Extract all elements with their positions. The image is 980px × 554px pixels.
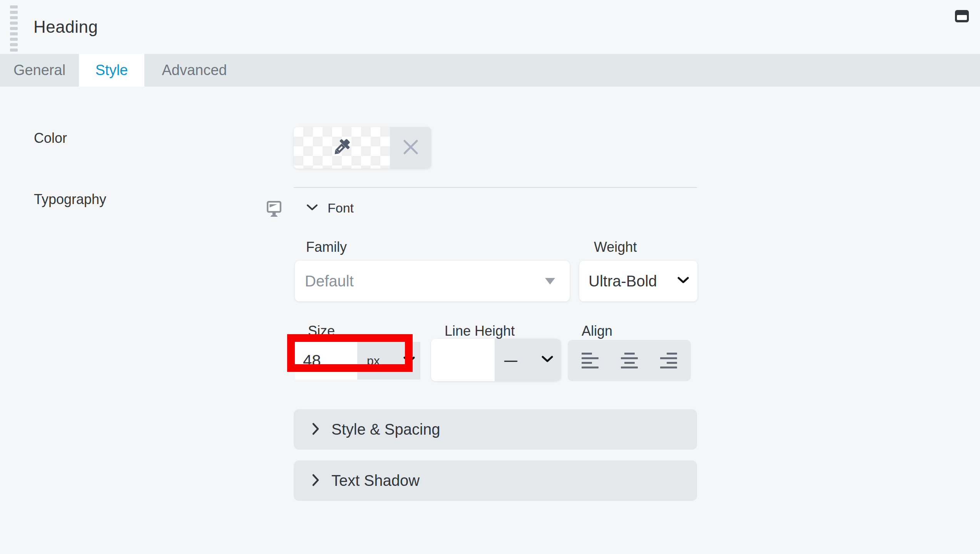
font-weight-select[interactable]: Ultra-Bold xyxy=(579,261,697,301)
chevron-right-icon xyxy=(311,422,320,437)
eyedropper-icon xyxy=(331,136,353,160)
text-shadow-label: Text Shadow xyxy=(331,472,420,489)
font-family-value: Default xyxy=(305,273,354,290)
color-picker-control xyxy=(294,127,431,169)
style-spacing-accordion[interactable]: Style & Spacing xyxy=(294,409,697,450)
text-align-control xyxy=(568,340,691,381)
line-height-control: — xyxy=(431,339,561,381)
text-shadow-accordion[interactable]: Text Shadow xyxy=(294,460,697,501)
tab-general[interactable]: General xyxy=(0,54,79,87)
chevron-right-icon xyxy=(311,473,320,489)
line-height-label: Line Height xyxy=(445,323,515,339)
font-section-toggle[interactable]: Font xyxy=(306,201,354,216)
chevron-down-icon xyxy=(677,276,689,286)
style-spacing-label: Style & Spacing xyxy=(331,421,440,438)
font-family-select[interactable]: Default xyxy=(295,261,570,301)
family-label: Family xyxy=(306,239,347,255)
style-tab-content: Color xyxy=(0,87,980,554)
x-icon xyxy=(402,139,419,157)
drag-handle-icon[interactable] xyxy=(10,5,18,52)
chevron-down-icon xyxy=(542,355,553,365)
settings-panel: Heading General Style Advanced Color xyxy=(0,0,980,554)
line-height-unit-select[interactable]: — xyxy=(495,339,561,381)
color-field-label: Color xyxy=(34,130,67,146)
align-center-icon[interactable] xyxy=(621,353,638,368)
panel-title: Heading xyxy=(33,0,98,54)
monitor-icon[interactable] xyxy=(267,201,281,219)
weight-label: Weight xyxy=(594,239,637,255)
section-divider xyxy=(294,187,697,188)
triangle-down-icon xyxy=(545,278,555,285)
window-icon[interactable] xyxy=(955,10,969,22)
font-section-title: Font xyxy=(328,201,354,216)
tab-bar: General Style Advanced xyxy=(0,54,980,87)
tab-advanced[interactable]: Advanced xyxy=(144,54,244,87)
font-weight-value: Ultra-Bold xyxy=(589,273,668,290)
color-swatch-button[interactable] xyxy=(294,127,390,169)
color-clear-button[interactable] xyxy=(390,127,431,169)
align-right-icon[interactable] xyxy=(660,353,677,368)
annotation-highlight-box xyxy=(287,334,413,372)
line-height-input[interactable] xyxy=(431,339,495,381)
typography-field-label: Typography xyxy=(34,191,106,208)
chevron-down-icon xyxy=(306,203,318,213)
panel-header: Heading xyxy=(0,0,980,54)
align-left-icon[interactable] xyxy=(582,353,599,368)
tab-style[interactable]: Style xyxy=(79,54,144,87)
line-height-unit-placeholder: — xyxy=(504,353,517,368)
align-label: Align xyxy=(582,323,612,339)
